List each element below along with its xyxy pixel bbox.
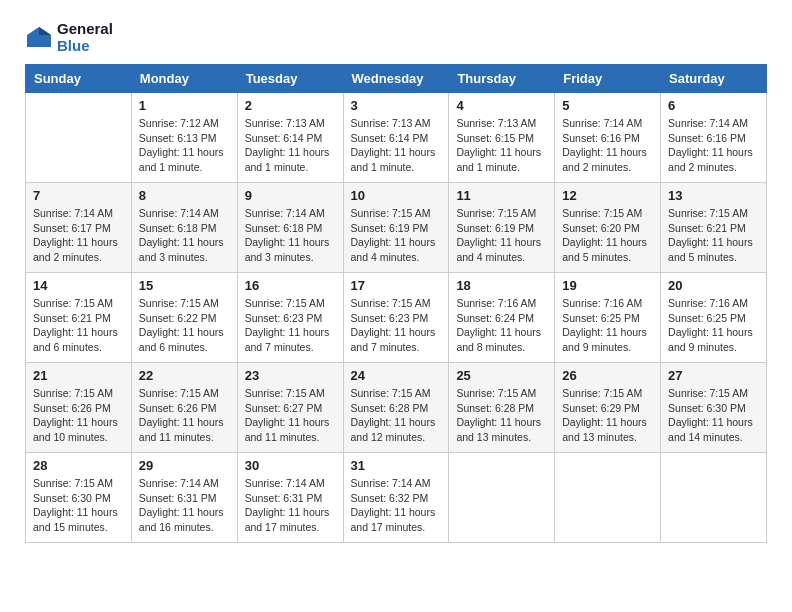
day-info: Sunrise: 7:15 AM Sunset: 6:23 PM Dayligh… bbox=[351, 296, 442, 355]
day-info: Sunrise: 7:15 AM Sunset: 6:28 PM Dayligh… bbox=[456, 386, 547, 445]
day-of-week-header: Friday bbox=[555, 65, 661, 93]
day-number: 13 bbox=[668, 188, 759, 203]
calendar-cell: 28Sunrise: 7:15 AM Sunset: 6:30 PM Dayli… bbox=[26, 453, 132, 543]
day-number: 28 bbox=[33, 458, 124, 473]
calendar-cell: 11Sunrise: 7:15 AM Sunset: 6:19 PM Dayli… bbox=[449, 183, 555, 273]
day-info: Sunrise: 7:15 AM Sunset: 6:26 PM Dayligh… bbox=[33, 386, 124, 445]
calendar-cell: 14Sunrise: 7:15 AM Sunset: 6:21 PM Dayli… bbox=[26, 273, 132, 363]
calendar-header-row: SundayMondayTuesdayWednesdayThursdayFrid… bbox=[26, 65, 767, 93]
calendar-week-row: 1Sunrise: 7:12 AM Sunset: 6:13 PM Daylig… bbox=[26, 93, 767, 183]
day-info: Sunrise: 7:15 AM Sunset: 6:26 PM Dayligh… bbox=[139, 386, 230, 445]
day-number: 29 bbox=[139, 458, 230, 473]
calendar-cell: 22Sunrise: 7:15 AM Sunset: 6:26 PM Dayli… bbox=[131, 363, 237, 453]
calendar-cell: 10Sunrise: 7:15 AM Sunset: 6:19 PM Dayli… bbox=[343, 183, 449, 273]
calendar-cell bbox=[26, 93, 132, 183]
day-number: 18 bbox=[456, 278, 547, 293]
calendar-cell: 29Sunrise: 7:14 AM Sunset: 6:31 PM Dayli… bbox=[131, 453, 237, 543]
calendar-body: 1Sunrise: 7:12 AM Sunset: 6:13 PM Daylig… bbox=[26, 93, 767, 543]
day-info: Sunrise: 7:15 AM Sunset: 6:27 PM Dayligh… bbox=[245, 386, 336, 445]
svg-marker-1 bbox=[39, 27, 51, 35]
calendar-week-row: 14Sunrise: 7:15 AM Sunset: 6:21 PM Dayli… bbox=[26, 273, 767, 363]
day-info: Sunrise: 7:15 AM Sunset: 6:30 PM Dayligh… bbox=[668, 386, 759, 445]
calendar-cell: 19Sunrise: 7:16 AM Sunset: 6:25 PM Dayli… bbox=[555, 273, 661, 363]
calendar-cell bbox=[555, 453, 661, 543]
day-info: Sunrise: 7:15 AM Sunset: 6:22 PM Dayligh… bbox=[139, 296, 230, 355]
day-number: 16 bbox=[245, 278, 336, 293]
day-of-week-header: Tuesday bbox=[237, 65, 343, 93]
day-of-week-header: Wednesday bbox=[343, 65, 449, 93]
day-number: 26 bbox=[562, 368, 653, 383]
day-number: 10 bbox=[351, 188, 442, 203]
day-number: 2 bbox=[245, 98, 336, 113]
calendar-cell: 13Sunrise: 7:15 AM Sunset: 6:21 PM Dayli… bbox=[661, 183, 767, 273]
calendar-cell: 18Sunrise: 7:16 AM Sunset: 6:24 PM Dayli… bbox=[449, 273, 555, 363]
calendar-week-row: 7Sunrise: 7:14 AM Sunset: 6:17 PM Daylig… bbox=[26, 183, 767, 273]
page-header: General Blue bbox=[25, 20, 767, 54]
calendar-cell: 20Sunrise: 7:16 AM Sunset: 6:25 PM Dayli… bbox=[661, 273, 767, 363]
day-number: 21 bbox=[33, 368, 124, 383]
calendar-cell: 24Sunrise: 7:15 AM Sunset: 6:28 PM Dayli… bbox=[343, 363, 449, 453]
calendar-cell: 6Sunrise: 7:14 AM Sunset: 6:16 PM Daylig… bbox=[661, 93, 767, 183]
day-number: 9 bbox=[245, 188, 336, 203]
logo: General Blue bbox=[25, 20, 113, 54]
day-number: 31 bbox=[351, 458, 442, 473]
calendar-cell: 5Sunrise: 7:14 AM Sunset: 6:16 PM Daylig… bbox=[555, 93, 661, 183]
day-info: Sunrise: 7:14 AM Sunset: 6:17 PM Dayligh… bbox=[33, 206, 124, 265]
day-number: 25 bbox=[456, 368, 547, 383]
day-info: Sunrise: 7:13 AM Sunset: 6:14 PM Dayligh… bbox=[351, 116, 442, 175]
day-number: 27 bbox=[668, 368, 759, 383]
calendar-cell: 1Sunrise: 7:12 AM Sunset: 6:13 PM Daylig… bbox=[131, 93, 237, 183]
day-info: Sunrise: 7:15 AM Sunset: 6:21 PM Dayligh… bbox=[668, 206, 759, 265]
day-number: 19 bbox=[562, 278, 653, 293]
day-info: Sunrise: 7:16 AM Sunset: 6:25 PM Dayligh… bbox=[562, 296, 653, 355]
day-of-week-header: Saturday bbox=[661, 65, 767, 93]
day-number: 20 bbox=[668, 278, 759, 293]
day-info: Sunrise: 7:14 AM Sunset: 6:31 PM Dayligh… bbox=[245, 476, 336, 535]
day-number: 7 bbox=[33, 188, 124, 203]
day-of-week-header: Monday bbox=[131, 65, 237, 93]
calendar-week-row: 28Sunrise: 7:15 AM Sunset: 6:30 PM Dayli… bbox=[26, 453, 767, 543]
calendar-cell: 12Sunrise: 7:15 AM Sunset: 6:20 PM Dayli… bbox=[555, 183, 661, 273]
day-info: Sunrise: 7:15 AM Sunset: 6:20 PM Dayligh… bbox=[562, 206, 653, 265]
calendar-cell: 4Sunrise: 7:13 AM Sunset: 6:15 PM Daylig… bbox=[449, 93, 555, 183]
day-info: Sunrise: 7:14 AM Sunset: 6:32 PM Dayligh… bbox=[351, 476, 442, 535]
calendar-cell bbox=[661, 453, 767, 543]
day-info: Sunrise: 7:15 AM Sunset: 6:21 PM Dayligh… bbox=[33, 296, 124, 355]
day-info: Sunrise: 7:13 AM Sunset: 6:15 PM Dayligh… bbox=[456, 116, 547, 175]
day-number: 23 bbox=[245, 368, 336, 383]
day-info: Sunrise: 7:16 AM Sunset: 6:24 PM Dayligh… bbox=[456, 296, 547, 355]
calendar-cell: 21Sunrise: 7:15 AM Sunset: 6:26 PM Dayli… bbox=[26, 363, 132, 453]
day-number: 5 bbox=[562, 98, 653, 113]
calendar-table: SundayMondayTuesdayWednesdayThursdayFrid… bbox=[25, 64, 767, 543]
day-number: 24 bbox=[351, 368, 442, 383]
calendar-cell: 26Sunrise: 7:15 AM Sunset: 6:29 PM Dayli… bbox=[555, 363, 661, 453]
calendar-week-row: 21Sunrise: 7:15 AM Sunset: 6:26 PM Dayli… bbox=[26, 363, 767, 453]
calendar-cell: 7Sunrise: 7:14 AM Sunset: 6:17 PM Daylig… bbox=[26, 183, 132, 273]
day-number: 11 bbox=[456, 188, 547, 203]
day-of-week-header: Thursday bbox=[449, 65, 555, 93]
logo-text: General Blue bbox=[57, 20, 113, 54]
calendar-cell: 31Sunrise: 7:14 AM Sunset: 6:32 PM Dayli… bbox=[343, 453, 449, 543]
day-number: 30 bbox=[245, 458, 336, 473]
day-number: 17 bbox=[351, 278, 442, 293]
logo-icon bbox=[25, 25, 53, 49]
calendar-cell bbox=[449, 453, 555, 543]
calendar-cell: 8Sunrise: 7:14 AM Sunset: 6:18 PM Daylig… bbox=[131, 183, 237, 273]
day-info: Sunrise: 7:14 AM Sunset: 6:16 PM Dayligh… bbox=[562, 116, 653, 175]
day-info: Sunrise: 7:16 AM Sunset: 6:25 PM Dayligh… bbox=[668, 296, 759, 355]
day-info: Sunrise: 7:15 AM Sunset: 6:19 PM Dayligh… bbox=[351, 206, 442, 265]
calendar-cell: 15Sunrise: 7:15 AM Sunset: 6:22 PM Dayli… bbox=[131, 273, 237, 363]
day-of-week-header: Sunday bbox=[26, 65, 132, 93]
day-info: Sunrise: 7:15 AM Sunset: 6:30 PM Dayligh… bbox=[33, 476, 124, 535]
calendar-cell: 16Sunrise: 7:15 AM Sunset: 6:23 PM Dayli… bbox=[237, 273, 343, 363]
calendar-cell: 17Sunrise: 7:15 AM Sunset: 6:23 PM Dayli… bbox=[343, 273, 449, 363]
day-info: Sunrise: 7:12 AM Sunset: 6:13 PM Dayligh… bbox=[139, 116, 230, 175]
day-number: 14 bbox=[33, 278, 124, 293]
calendar-cell: 9Sunrise: 7:14 AM Sunset: 6:18 PM Daylig… bbox=[237, 183, 343, 273]
day-info: Sunrise: 7:14 AM Sunset: 6:18 PM Dayligh… bbox=[139, 206, 230, 265]
day-info: Sunrise: 7:14 AM Sunset: 6:31 PM Dayligh… bbox=[139, 476, 230, 535]
calendar-cell: 3Sunrise: 7:13 AM Sunset: 6:14 PM Daylig… bbox=[343, 93, 449, 183]
day-number: 1 bbox=[139, 98, 230, 113]
day-info: Sunrise: 7:14 AM Sunset: 6:16 PM Dayligh… bbox=[668, 116, 759, 175]
calendar-cell: 25Sunrise: 7:15 AM Sunset: 6:28 PM Dayli… bbox=[449, 363, 555, 453]
